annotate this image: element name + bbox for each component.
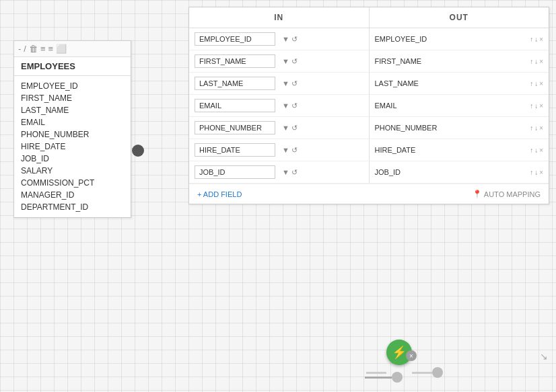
out-field-icons: ↑ ↓ × [530, 147, 543, 154]
refresh-icon[interactable]: ↺ [291, 146, 298, 155]
remove-icon[interactable]: × [539, 58, 543, 65]
employee-field-item: EMAIL [21, 116, 124, 128]
auto-mapping-label: AUTO MAPPING [484, 190, 541, 198]
filter-icon[interactable]: ▼ [282, 102, 289, 110]
filter-icon[interactable]: ▼ [282, 79, 289, 87]
filter-icon[interactable]: ▼ [282, 124, 289, 132]
remove-icon[interactable]: × [539, 147, 543, 154]
down-icon[interactable]: ↓ [534, 169, 538, 176]
close-badge[interactable]: × [406, 350, 417, 361]
mapping-rows-container: ▼ ↺ EMPLOYEE_ID ↑ ↓ × ▼ ↺ [189, 28, 549, 184]
toolbar-minus-icon[interactable]: - [18, 44, 21, 54]
down-icon[interactable]: ↓ [534, 147, 538, 154]
field-icons: ▼ ↺ [282, 168, 298, 177]
out-field-icons: ↑ ↓ × [530, 80, 543, 87]
mapping-out-cell: JOB_ID ↑ ↓ × [370, 164, 549, 180]
in-field-input[interactable] [195, 143, 275, 157]
mapping-panel: IN OUT ▼ ↺ EMPLOYEE_ID ↑ ↓ × [188, 7, 549, 204]
in-field-input[interactable] [195, 77, 275, 90]
up-icon[interactable]: ↑ [530, 58, 533, 65]
up-icon[interactable]: ↑ [530, 102, 533, 110]
out-field-icons: ↑ ↓ × [530, 36, 543, 43]
in-field-input[interactable] [195, 54, 275, 68]
canvas: Upload CSV ⬇ ✎ - / 🗑 ≡ ≡ ⬜ EMPLOYEES EMP… [0, 0, 556, 392]
toolbar-grid-icon[interactable]: ≡ [48, 44, 54, 54]
employee-field-item: FIRST_NAME [21, 92, 124, 104]
remove-icon[interactable]: × [539, 169, 543, 176]
down-icon[interactable]: ↓ [534, 124, 538, 132]
mapping-row: ▼ ↺ JOB_ID ↑ ↓ × [189, 161, 549, 184]
refresh-icon[interactable]: ↺ [291, 124, 298, 132]
connector-dot [132, 145, 144, 157]
filter-icon[interactable]: ▼ [282, 35, 289, 43]
right-connector-dot [432, 367, 443, 378]
mapping-row: ▼ ↺ HIRE_DATE ↑ ↓ × [189, 139, 549, 161]
filter-icon[interactable]: ▼ [282, 146, 289, 154]
up-icon[interactable]: ↑ [530, 169, 533, 176]
mapping-row: ▼ ↺ LAST_NAME ↑ ↓ × [189, 73, 549, 95]
remove-icon[interactable]: × [539, 124, 543, 132]
remove-icon[interactable]: × [539, 80, 543, 87]
filter-icon[interactable]: ▼ [282, 168, 289, 176]
up-icon[interactable]: ↑ [530, 124, 533, 132]
refresh-icon[interactable]: ↺ [291, 168, 298, 177]
refresh-icon[interactable]: ↺ [291, 79, 298, 88]
mapping-footer: + ADD FIELD 📍 AUTO MAPPING [189, 184, 549, 204]
out-field-icons: ↑ ↓ × [530, 169, 543, 176]
toolbar-list-icon[interactable]: ≡ [40, 44, 46, 54]
mapping-out-cell: HIRE_DATE ↑ ↓ × [370, 142, 549, 158]
mapping-in-cell: ▼ ↺ [189, 73, 370, 94]
refresh-icon[interactable]: ↺ [291, 57, 298, 66]
mapping-out-cell: FIRST_NAME ↑ ↓ × [370, 53, 549, 69]
mapping-out-cell: EMPLOYEE_ID ↑ ↓ × [370, 31, 549, 47]
remove-icon[interactable]: × [539, 102, 543, 110]
employee-field-item: SALARY [21, 165, 124, 177]
mapping-header: IN OUT [189, 7, 549, 28]
field-icons: ▼ ↺ [282, 146, 298, 155]
employees-card-fields: EMPLOYEE_IDFIRST_NAMELAST_NAMEEMAILPHONE… [14, 76, 131, 217]
employee-field-item: HIRE_DATE [21, 141, 124, 153]
out-field-name: EMPLOYEE_ID [375, 35, 530, 43]
up-icon[interactable]: ↑ [530, 147, 533, 154]
mapping-row: ▼ ↺ FIRST_NAME ↑ ↓ × [189, 50, 549, 73]
in-field-input[interactable] [195, 32, 275, 46]
out-field-icons: ↑ ↓ × [530, 124, 543, 132]
field-icons: ▼ ↺ [282, 35, 298, 44]
down-icon[interactable]: ↓ [534, 80, 538, 87]
toolbar-edit-icon[interactable]: / [24, 44, 26, 54]
pin-icon: 📍 [473, 190, 482, 198]
mapping-in-cell: ▼ ↺ [189, 117, 370, 139]
toolbar-delete-icon[interactable]: 🗑 [29, 44, 38, 54]
in-field-input[interactable] [195, 99, 275, 112]
toolbar-expand-icon[interactable]: ⬜ [56, 44, 67, 54]
mapping-out-cell: LAST_NAME ↑ ↓ × [370, 75, 549, 91]
resize-icon: ↘ [540, 351, 548, 362]
employee-field-item: LAST_NAME [21, 104, 124, 116]
in-field-input[interactable] [195, 165, 275, 179]
remove-icon[interactable]: × [539, 36, 543, 43]
refresh-icon[interactable]: ↺ [291, 35, 298, 44]
employee-field-item: JOB_ID [21, 153, 124, 165]
down-icon[interactable]: ↓ [534, 58, 538, 65]
up-icon[interactable]: ↑ [530, 80, 533, 87]
up-icon[interactable]: ↑ [530, 36, 533, 43]
mapping-row: ▼ ↺ PHONE_NUMBER ↑ ↓ × [189, 117, 549, 139]
down-icon[interactable]: ↓ [534, 36, 538, 43]
in-field-input[interactable] [195, 121, 275, 134]
mapping-row: ▼ ↺ EMPLOYEE_ID ↑ ↓ × [189, 28, 549, 50]
out-field-name: PHONE_NUMBER [375, 124, 530, 132]
add-field-button[interactable]: + ADD FIELD [197, 190, 242, 198]
out-field-name: LAST_NAME [375, 79, 530, 87]
filter-icon[interactable]: ▼ [282, 57, 289, 65]
down-icon[interactable]: ↓ [534, 102, 538, 110]
mapping-in-cell: ▼ ↺ [189, 50, 370, 72]
mapping-row: ▼ ↺ EMAIL ↑ ↓ × [189, 95, 549, 117]
auto-mapping-button[interactable]: 📍 AUTO MAPPING [473, 190, 541, 198]
mapping-out-cell: PHONE_NUMBER ↑ ↓ × [370, 120, 549, 136]
refresh-icon[interactable]: ↺ [291, 102, 298, 110]
employees-card: - / 🗑 ≡ ≡ ⬜ EMPLOYEES EMPLOYEE_IDFIRST_N… [13, 40, 131, 218]
out-field-name: HIRE_DATE [375, 146, 530, 154]
out-field-name: FIRST_NAME [375, 57, 530, 65]
field-icons: ▼ ↺ [282, 57, 298, 66]
employees-card-title: EMPLOYEES [14, 57, 131, 76]
